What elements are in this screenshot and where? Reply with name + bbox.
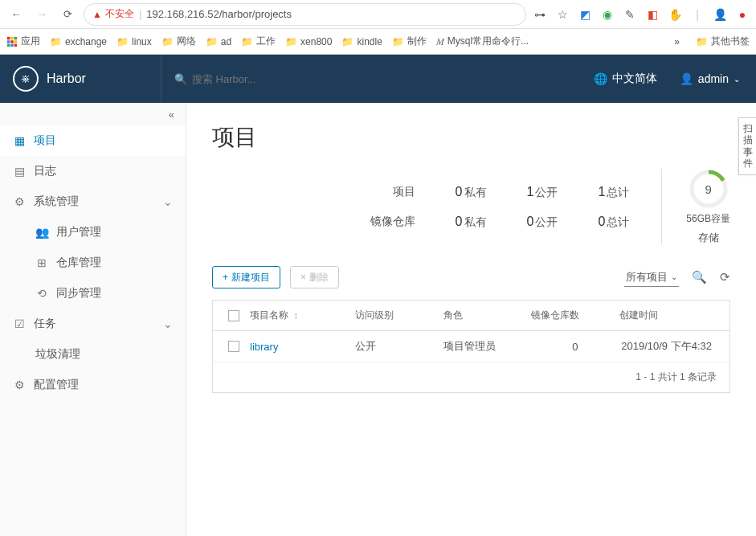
cell-repos: 0 [531,341,619,353]
table-footer: 1 - 1 共计 1 条记录 [213,362,729,392]
stats-repo-total: 0总计 [598,215,629,230]
new-project-button[interactable]: +新建项目 [212,266,280,288]
refresh-icon[interactable]: ⟳ [720,270,730,284]
stats-panel: 项目 0私有 1公开 1总计 镜像仓库 0私有 0公开 0总计 9 56GB容量… [212,169,730,245]
chevron-down-icon: ⌄ [163,195,173,208]
url-text: 192.168.216.52/harbor/projects [146,8,292,20]
project-link[interactable]: library [250,341,355,353]
apps-shortcut[interactable]: 应用 [6,35,40,48]
reload-button[interactable]: ⟳ [58,5,77,24]
forward-button[interactable]: → [32,5,51,24]
projects-icon: ▦ [13,134,26,147]
col-role[interactable]: 角色 [443,309,531,322]
insecure-badge: ▲ 不安全 [92,7,134,21]
cell-role: 项目管理员 [443,339,531,354]
sync-icon: ⟲ [35,287,48,300]
ext-icon-6[interactable]: ● [735,7,750,22]
col-name[interactable]: 项目名称↕ [250,309,355,322]
row-checkbox[interactable] [228,341,239,352]
col-created[interactable]: 创建时间 [619,309,725,322]
bookmarks-overflow[interactable]: » [674,36,680,47]
bookmark-folder[interactable]: 📁kindle [341,36,382,47]
cell-access: 公开 [355,339,443,354]
user-menu[interactable]: 👤 admin ⌄ [680,72,740,85]
table-header: 项目名称↕ 访问级别 角色 镜像仓库数 创建时间 [213,301,729,331]
sidebar-item-gc[interactable]: 垃圾清理 [0,339,186,370]
global-search[interactable]: 🔍 [161,55,418,103]
chrome-actions: ⊶ ☆ ◩ ◉ ✎ ◧ ✋ | 👤 ● [533,7,750,22]
address-bar[interactable]: ▲ 不安全 | 192.168.216.52/harbor/projects [84,3,526,26]
svg-rect-8 [14,43,18,47]
brand-text: Harbor [47,72,86,86]
ext-icon-4[interactable]: ◧ [645,7,660,22]
bookmark-folder[interactable]: 📁网络 [161,35,196,48]
language-selector[interactable]: 🌐 中文简体 [594,72,657,86]
x-icon: × [300,272,306,283]
key-icon[interactable]: ⊶ [533,7,547,22]
svg-rect-1 [10,36,14,39]
storage-widget: 9 56GB容量 存储 [661,169,730,245]
stats-proj-private: 0私有 [456,185,487,200]
bookmark-folder[interactable]: 📁制作 [392,35,427,48]
sidebar-item-config[interactable]: ⚙配置管理 [0,370,186,400]
back-button[interactable]: ← [6,5,26,24]
bookmark-folder[interactable]: 📁linux [116,36,152,47]
stats-repo-public: 0公开 [527,215,558,230]
svg-rect-6 [7,43,10,47]
bookmark-folder[interactable]: 📁工作 [241,35,276,48]
svg-rect-3 [7,40,10,43]
browser-toolbar: ← → ⟳ ▲ 不安全 | 192.168.216.52/harbor/proj… [0,0,756,29]
sidebar-item-tasks[interactable]: ☑任务⌄ [0,309,186,339]
stats-proj-public: 1公开 [527,185,558,200]
bookmark-folder[interactable]: 📁ad [206,36,231,47]
sidebar: « ▦项目 ▤日志 ⚙系统管理⌄ 👥用户管理 ⊞仓库管理 ⟲同步管理 ☑任务⌄ … [0,103,186,536]
col-access[interactable]: 访问级别 [355,309,443,322]
sidebar-collapse[interactable]: « [0,103,186,125]
cell-created: 2019/10/9 下午4:32 [619,339,725,354]
bookmarks-bar: 应用 📁exchange 📁linux 📁网络 📁ad 📁工作 📁xen800 … [0,29,756,55]
event-side-tab[interactable]: 扫描事件 [738,117,756,175]
search-icon[interactable]: 🔍 [692,270,707,284]
divider: | [690,7,705,22]
brand-area[interactable]: ⛯ Harbor [0,66,161,92]
page-title: 项目 [212,122,730,153]
col-repos[interactable]: 镜像仓库数 [531,309,619,322]
stats-repos-label: 镜像仓库 [370,215,415,229]
harbor-logo-icon: ⛯ [13,66,39,92]
other-bookmarks[interactable]: 📁其他书签 [696,35,750,48]
sidebar-item-replication[interactable]: ⟲同步管理 [0,278,186,309]
main-content: 项目 项目 0私有 1公开 1总计 镜像仓库 0私有 0公开 0总计 9 56G… [186,103,756,536]
ext-icon-3[interactable]: ✎ [623,7,637,22]
projects-table: 项目名称↕ 访问级别 角色 镜像仓库数 创建时间 library 公开 项目管理… [212,300,730,393]
stats-repo-private: 0私有 [456,215,487,230]
sidebar-item-projects[interactable]: ▦项目 [0,125,186,156]
chevron-down-icon: ⌄ [734,75,740,84]
globe-icon: 🌐 [594,72,607,85]
sidebar-item-logs[interactable]: ▤日志 [0,156,186,186]
bookmark-folder[interactable]: 📁exchange [50,36,107,47]
sidebar-item-repos[interactable]: ⊞仓库管理 [0,248,186,278]
chevron-down-icon: ⌄ [671,272,677,281]
sidebar-item-users[interactable]: 👥用户管理 [0,217,186,248]
ext-icon-2[interactable]: ◉ [600,7,615,22]
star-icon[interactable]: ☆ [555,7,570,22]
profile-avatar[interactable]: 👤 [713,7,727,22]
search-icon: 🔍 [174,73,187,85]
select-all-checkbox[interactable] [228,310,239,321]
stats-projects-label: 项目 [370,185,415,199]
project-filter-select[interactable]: 所有项目⌄ [624,268,679,287]
ext-icon-5[interactable]: ✋ [668,7,682,22]
bookmark-mysql[interactable]: 𝑀Mysql常用命令行... [436,35,529,48]
delete-button: ×删除 [290,266,339,288]
bookmark-folder[interactable]: 📁xen800 [285,36,332,47]
table-row[interactable]: library 公开 项目管理员 0 2019/10/9 下午4:32 [213,331,729,362]
ext-icon-1[interactable]: ◩ [578,7,592,22]
sidebar-item-sysadmin[interactable]: ⚙系统管理⌄ [0,186,186,217]
svg-rect-7 [10,43,14,47]
search-input[interactable] [192,73,385,85]
app-header: ⛯ Harbor 🔍 🌐 中文简体 👤 admin ⌄ [0,55,756,103]
svg-rect-0 [7,36,10,39]
user-icon: 👤 [680,72,693,85]
svg-rect-2 [14,36,18,39]
storage-label: 存储 [686,231,730,245]
